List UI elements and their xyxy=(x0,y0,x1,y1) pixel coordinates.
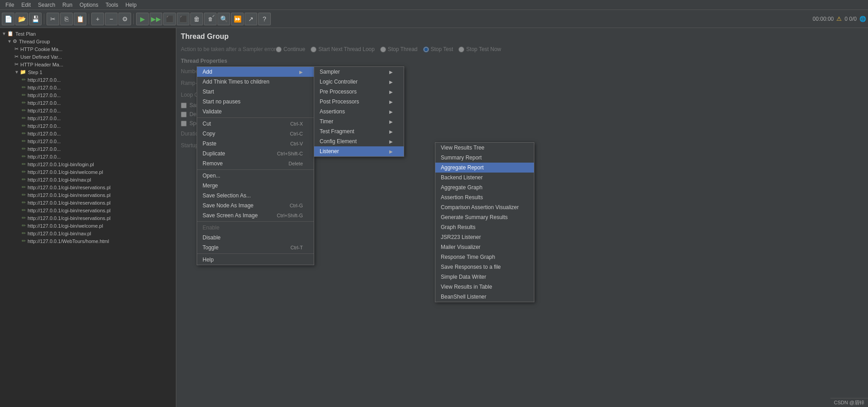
list-item[interactable]: ✏ http://127.0.0.1/cgi-bin/reservations.… xyxy=(0,199,176,206)
list-item[interactable]: ✏ http://127.0.0.1/cgi-bin/reservations.… xyxy=(0,191,176,199)
ctx-view-results-in-table[interactable]: View Results in Table xyxy=(435,282,534,292)
tree-item-http-header[interactable]: ✂ HTTP Header Ma... xyxy=(0,61,176,68)
remote-start-button[interactable]: ↗ xyxy=(245,13,257,25)
ctx-aggregate-graph[interactable]: Aggregate Graph xyxy=(435,182,534,192)
list-item[interactable]: ✏ http://127.0.0.1/cgi-bin/reservations.… xyxy=(0,183,176,191)
tree-item-http-cookie[interactable]: ✂ HTTP Cookie Ma... xyxy=(0,45,176,53)
stop-remote-button[interactable]: ⬛ xyxy=(177,13,189,25)
ctx-logic-controller[interactable]: Logic Controller ▶ xyxy=(314,77,404,87)
new-button[interactable]: 📄 xyxy=(2,13,14,25)
ctx-view-results-tree[interactable]: View Results Tree xyxy=(435,143,534,153)
list-item[interactable]: ✏ http://127.0.0... xyxy=(0,91,176,99)
ctx-enable[interactable]: Enable xyxy=(197,223,314,233)
ctx-aggregate-report-label: Aggregate Report xyxy=(441,164,484,171)
ctx-pre-processors[interactable]: Pre Processors ▶ xyxy=(314,87,404,97)
list-item[interactable]: ✏ http://127.0.0.1/cgi-bin/nav.pl xyxy=(0,229,176,237)
list-item[interactable]: ✏ http://127.0.0.1/cgi-bin/welcome.pl xyxy=(0,168,176,176)
ctx-save-selection[interactable]: Save Selection As... xyxy=(197,191,314,201)
ctx-add-think-times[interactable]: Add Think Times to children xyxy=(197,77,314,87)
menu-help[interactable]: Help xyxy=(122,1,140,9)
ctx-start[interactable]: Start xyxy=(197,87,314,97)
ctx-copy[interactable]: Copy Ctrl-C xyxy=(197,129,314,139)
list-item[interactable]: ✏ http://127.0.0... xyxy=(0,114,176,122)
remove-button[interactable]: − xyxy=(105,13,118,25)
ctx-merge[interactable]: Merge xyxy=(197,181,314,191)
menu-file[interactable]: File xyxy=(2,1,18,9)
ctx-mailer-visualizer[interactable]: Mailer Visualizer xyxy=(435,242,534,252)
ctx-graph-results[interactable]: Graph Results xyxy=(435,222,534,232)
list-item[interactable]: ✏ http://127.0.0... xyxy=(0,84,176,91)
ctx-paste[interactable]: Paste Ctrl-V xyxy=(197,139,314,149)
clear-all-button[interactable]: 🗑✓ xyxy=(204,13,217,25)
menu-edit[interactable]: Edit xyxy=(18,1,34,9)
ctx-start-no-pauses[interactable]: Start no pauses xyxy=(197,97,314,107)
ctx-save-screen-image[interactable]: Save Screen As Image Ctrl+Shift-G xyxy=(197,211,314,220)
ctx-aggregate-report[interactable]: Aggregate Report xyxy=(435,163,534,173)
list-item[interactable]: ✏ http://127.0.0.1/cgi-bin/nav.pl xyxy=(0,176,176,183)
list-item[interactable]: ✏ http://127.0.0... xyxy=(0,153,176,160)
list-item[interactable]: ✏ http://127.0.0... xyxy=(0,137,176,145)
ctx-sampler[interactable]: Sampler ▶ xyxy=(314,67,404,77)
list-item[interactable]: ✏ http://127.0.0.1/cgi-bin/reservations.… xyxy=(0,214,176,222)
ctx-help[interactable]: Help xyxy=(197,255,314,265)
ctx-assertions[interactable]: Assertions ▶ xyxy=(314,107,404,117)
ctx-disable[interactable]: Disable xyxy=(197,233,314,243)
save-button[interactable]: 💾 xyxy=(29,13,42,25)
ctx-validate[interactable]: Validate xyxy=(197,107,314,117)
ctx-open[interactable]: Open... xyxy=(197,171,314,181)
ctx-response-time-graph[interactable]: Response Time Graph xyxy=(435,252,534,262)
function-helper-button[interactable]: ? xyxy=(258,13,271,25)
ctx-generate-summary-results[interactable]: Generate Summary Results xyxy=(435,212,534,222)
clear-button[interactable]: 🗑 xyxy=(190,13,203,25)
list-item[interactable]: ✏ http://127.0.0... xyxy=(0,76,176,84)
ctx-summary-report[interactable]: Summary Report xyxy=(435,153,534,163)
list-item[interactable]: ✏ http://127.0.0... xyxy=(0,107,176,114)
copy-button[interactable]: ⎘ xyxy=(60,13,73,25)
ctx-config-element[interactable]: Config Element ▶ xyxy=(314,136,404,146)
browse-button[interactable]: 🔍 xyxy=(217,13,230,25)
ctx-jsr223-listener[interactable]: JSR223 Listener xyxy=(435,232,534,242)
list-item[interactable]: ✏ http://127.0.0.1/WebTours/home.html xyxy=(0,237,176,245)
list-item[interactable]: ✏ http://127.0.0.1/cgi-bin/welcome.pl xyxy=(0,222,176,229)
tree-item-step1[interactable]: ▼ 📁 Step 1 xyxy=(0,68,176,76)
ctx-toggle[interactable]: Toggle Ctrl-T xyxy=(197,243,314,253)
ctx-duplicate[interactable]: Duplicate Ctrl+Shift-C xyxy=(197,149,314,159)
tree-item-user-defined[interactable]: ✂ User Defined Var... xyxy=(0,53,176,61)
ctx-add[interactable]: Add ▶ xyxy=(197,67,314,77)
ctx-timer[interactable]: Timer ▶ xyxy=(314,117,404,126)
expand-arrow: ▼ xyxy=(14,70,19,75)
ctx-backend-listener[interactable]: Backend Listener xyxy=(435,173,534,182)
paste-button[interactable]: 📋 xyxy=(74,13,86,25)
list-item[interactable]: ✏ http://127.0.0... xyxy=(0,99,176,107)
ctx-post-processors[interactable]: Post Processors ▶ xyxy=(314,97,404,107)
tree-item-test-plan[interactable]: ▼ 📋 Test Plan xyxy=(0,30,176,37)
ctx-test-fragment[interactable]: Test Fragment ▶ xyxy=(314,126,404,136)
add-button[interactable]: + xyxy=(91,13,104,25)
ctx-beanshell-listener[interactable]: BeanShell Listener xyxy=(435,292,534,302)
ctx-listener[interactable]: Listener ▶ xyxy=(314,146,404,156)
ctx-assertion-results[interactable]: Assertion Results xyxy=(435,192,534,202)
start-no-pause-button[interactable]: ⏩ xyxy=(231,13,244,25)
stop-button[interactable]: ⬛ xyxy=(163,13,176,25)
open-button[interactable]: 📂 xyxy=(15,13,28,25)
menu-search[interactable]: Search xyxy=(34,1,59,9)
menu-tools[interactable]: Tools xyxy=(102,1,122,9)
tree-item-thread-group[interactable]: ▼ ⚙ Thread Group xyxy=(0,37,176,45)
list-item[interactable]: ✏ http://127.0.0... xyxy=(0,122,176,130)
cut-button[interactable]: ✂ xyxy=(47,13,59,25)
list-item[interactable]: ✏ http://127.0.0.1/cgi-bin/reservations.… xyxy=(0,206,176,214)
menu-options[interactable]: Options xyxy=(76,1,102,9)
ctx-comparison-assertion-visualizer[interactable]: Comparison Assertion Visualizer xyxy=(435,202,534,212)
list-item[interactable]: ✏ http://127.0.0.1/cgi-bin/login.pl xyxy=(0,160,176,168)
run-remote-button[interactable]: ▶▶ xyxy=(150,13,162,25)
ctx-save-responses-to-file[interactable]: Save Responses to a file xyxy=(435,262,534,272)
list-item[interactable]: ✏ http://127.0.0... xyxy=(0,145,176,153)
ctx-simple-data-writer[interactable]: Simple Data Writer xyxy=(435,272,534,282)
run-button[interactable]: ▶ xyxy=(136,13,149,25)
menu-run[interactable]: Run xyxy=(59,1,76,9)
ctx-save-node-image[interactable]: Save Node As Image Ctrl-G xyxy=(197,201,314,211)
function-button[interactable]: ⚙ xyxy=(118,13,131,25)
list-item[interactable]: ✏ http://127.0.0... xyxy=(0,130,176,137)
ctx-cut[interactable]: Cut Ctrl-X xyxy=(197,119,314,129)
ctx-remove[interactable]: Remove Delete xyxy=(197,159,314,168)
